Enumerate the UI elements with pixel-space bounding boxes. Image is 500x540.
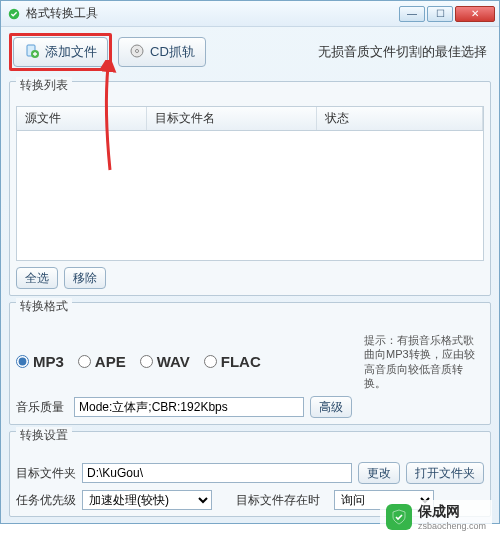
radio-ape-input[interactable]	[78, 355, 91, 368]
quality-input[interactable]	[74, 397, 304, 417]
list-body[interactable]	[16, 131, 484, 261]
annotation-highlight: 添加文件	[9, 33, 112, 71]
select-all-button[interactable]: 全选	[16, 267, 58, 289]
watermark-sub: zsbaocheng.com	[418, 521, 486, 531]
minimize-button[interactable]: —	[399, 6, 425, 22]
open-folder-button[interactable]: 打开文件夹	[406, 462, 484, 484]
cd-grab-label: CD抓轨	[150, 43, 195, 61]
col-source[interactable]: 源文件	[17, 107, 147, 130]
title-bar: 格式转换工具 — ☐ ✕	[1, 1, 499, 27]
remove-button[interactable]: 移除	[64, 267, 106, 289]
shield-check-icon	[386, 504, 412, 530]
hint-label: 提示：	[364, 334, 397, 346]
add-file-label: 添加文件	[45, 43, 97, 61]
svg-point-4	[136, 49, 139, 52]
convert-list-group: 转换列表 源文件 目标文件名 状态 全选 移除	[9, 81, 491, 296]
dest-input[interactable]	[82, 463, 352, 483]
tagline: 无损音质文件切割的最佳选择	[318, 43, 491, 61]
priority-label: 任务优先级	[16, 492, 76, 509]
settings-legend: 转换设置	[16, 427, 72, 444]
format-legend: 转换格式	[16, 298, 72, 315]
quality-label: 音乐质量	[16, 399, 68, 416]
format-radio-group: MP3 APE WAV FLAC	[16, 353, 358, 370]
priority-select[interactable]: 加速处理(较快)	[82, 490, 212, 510]
cd-grab-button[interactable]: CD抓轨	[118, 37, 206, 67]
format-group: 转换格式 MP3 APE WAV FLAC 提示：有损音乐格式歌曲向MP3转换，…	[9, 302, 491, 425]
radio-flac-input[interactable]	[204, 355, 217, 368]
watermark-text: 保成网	[418, 503, 460, 519]
change-button[interactable]: 更改	[358, 462, 400, 484]
dest-label: 目标文件夹	[16, 465, 76, 482]
radio-ape[interactable]: APE	[78, 353, 126, 370]
convert-list-legend: 转换列表	[16, 77, 72, 94]
watermark: 保成网 zsbaocheng.com	[380, 500, 492, 534]
exists-label: 目标文件存在时	[236, 492, 328, 509]
format-hint: 提示：有损音乐格式歌曲向MP3转换，应由较高音质向较低音质转换。	[364, 333, 484, 390]
radio-wav[interactable]: WAV	[140, 353, 190, 370]
col-status[interactable]: 状态	[317, 107, 483, 130]
radio-wav-input[interactable]	[140, 355, 153, 368]
toolbar: 添加文件 CD抓轨 无损音质文件切割的最佳选择	[1, 27, 499, 77]
app-window: 格式转换工具 — ☐ ✕ 添加文件 CD抓轨 无损音质文件切割的最佳选择 转换列…	[0, 0, 500, 524]
list-header: 源文件 目标文件名 状态	[16, 106, 484, 131]
window-title: 格式转换工具	[26, 5, 98, 22]
maximize-button[interactable]: ☐	[427, 6, 453, 22]
add-file-button[interactable]: 添加文件	[13, 37, 108, 67]
radio-mp3-input[interactable]	[16, 355, 29, 368]
app-icon	[7, 7, 21, 21]
col-target[interactable]: 目标文件名	[147, 107, 317, 130]
add-file-icon	[24, 43, 40, 62]
window-controls: — ☐ ✕	[399, 6, 495, 22]
close-button[interactable]: ✕	[455, 6, 495, 22]
radio-mp3[interactable]: MP3	[16, 353, 64, 370]
advanced-button[interactable]: 高级	[310, 396, 352, 418]
radio-flac[interactable]: FLAC	[204, 353, 261, 370]
cd-icon	[129, 43, 145, 62]
